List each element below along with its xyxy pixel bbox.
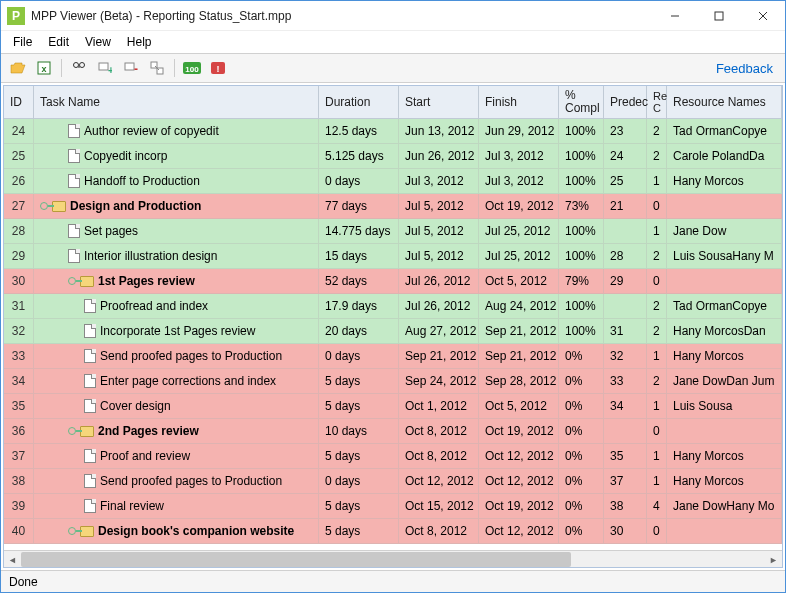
file-icon xyxy=(68,224,80,238)
cell-id: 38 xyxy=(4,469,34,494)
table-row[interactable]: 28Set pages14.775 daysJul 5, 2012Jul 25,… xyxy=(4,219,782,244)
close-button[interactable] xyxy=(741,2,785,30)
task-name-label: Design and Production xyxy=(70,199,201,213)
task-name-label: Interior illustration design xyxy=(84,249,217,263)
file-icon xyxy=(84,499,96,513)
cell-duration: 5 days xyxy=(319,394,399,419)
header-task-name[interactable]: Task Name xyxy=(34,86,319,119)
cell-resources: Luis SousaHany M xyxy=(667,244,782,269)
maximize-button[interactable] xyxy=(697,2,741,30)
cell-resources: Tad OrmanCopye xyxy=(667,294,782,319)
table-row[interactable]: 29Interior illustration design15 daysJul… xyxy=(4,244,782,269)
scroll-left-arrow[interactable]: ◄ xyxy=(4,551,21,568)
scroll-right-arrow[interactable]: ► xyxy=(765,551,782,568)
table-row[interactable]: 27Design and Production77 daysJul 5, 201… xyxy=(4,194,782,219)
table-row[interactable]: 37Proof and review5 daysOct 8, 2012Oct 1… xyxy=(4,444,782,469)
task-name-label: Send proofed pages to Production xyxy=(100,349,282,363)
cell-id: 32 xyxy=(4,319,34,344)
folder-icon xyxy=(80,426,94,437)
table-row[interactable]: 32Incorporate 1st Pages review20 daysAug… xyxy=(4,319,782,344)
cell-resource-count: 0 xyxy=(647,419,667,444)
cell-id: 37 xyxy=(4,444,34,469)
task-name-label: Cover design xyxy=(100,399,171,413)
table-row[interactable]: 362nd Pages review10 daysOct 8, 2012Oct … xyxy=(4,419,782,444)
cell-duration: 14.775 days xyxy=(319,219,399,244)
cell-task-name: Design and Production xyxy=(34,194,319,219)
open-icon[interactable] xyxy=(7,57,29,79)
cell-predecessors: 37 xyxy=(604,469,647,494)
cell-resources xyxy=(667,519,782,544)
header-id[interactable]: ID xyxy=(4,86,34,119)
cell-finish: Oct 19, 2012 xyxy=(479,194,559,219)
expand-icon[interactable]: + xyxy=(94,57,116,79)
cell-task-name: Cover design xyxy=(34,394,319,419)
cell-resource-count: 1 xyxy=(647,169,667,194)
cell-complete: 0% xyxy=(559,369,604,394)
table-row[interactable]: 26Handoff to Production0 daysJul 3, 2012… xyxy=(4,169,782,194)
menu-help[interactable]: Help xyxy=(119,33,160,51)
task-name-label: Send proofed pages to Production xyxy=(100,474,282,488)
menu-view[interactable]: View xyxy=(77,33,119,51)
complete-filter-icon[interactable]: 100 xyxy=(181,57,203,79)
grid-body[interactable]: 24Author review of copyedit12.5 daysJun … xyxy=(4,119,782,550)
header-duration[interactable]: Duration xyxy=(319,86,399,119)
cell-start: Jul 5, 2012 xyxy=(399,244,479,269)
link-icon[interactable] xyxy=(146,57,168,79)
header-resources[interactable]: Resource Names xyxy=(667,86,782,119)
cell-resource-count: 0 xyxy=(647,269,667,294)
header-predecessors[interactable]: Predec xyxy=(604,86,647,119)
header-complete[interactable]: % Compl xyxy=(559,86,604,119)
cell-resources: Hany Morcos xyxy=(667,169,782,194)
cell-start: Jul 26, 2012 xyxy=(399,269,479,294)
feedback-link[interactable]: Feedback xyxy=(716,61,779,76)
cell-id: 36 xyxy=(4,419,34,444)
table-row[interactable]: 40Design book's companion website5 daysO… xyxy=(4,519,782,544)
header-start[interactable]: Start xyxy=(399,86,479,119)
table-row[interactable]: 31Proofread and index17.9 daysJul 26, 20… xyxy=(4,294,782,319)
svg-point-7 xyxy=(80,63,85,68)
file-icon xyxy=(84,449,96,463)
table-row[interactable]: 34Enter page corrections and index5 days… xyxy=(4,369,782,394)
minimize-button[interactable] xyxy=(653,2,697,30)
cell-predecessors: 29 xyxy=(604,269,647,294)
menu-file[interactable]: File xyxy=(5,33,40,51)
table-row[interactable]: 39Final review5 daysOct 15, 2012Oct 19, … xyxy=(4,494,782,519)
find-icon[interactable] xyxy=(68,57,90,79)
cell-resource-count: 1 xyxy=(647,394,667,419)
header-finish[interactable]: Finish xyxy=(479,86,559,119)
table-row[interactable]: 301st Pages review52 daysJul 26, 2012Oct… xyxy=(4,269,782,294)
scroll-thumb[interactable] xyxy=(21,552,571,567)
key-icon xyxy=(68,277,76,285)
cell-duration: 10 days xyxy=(319,419,399,444)
table-row[interactable]: 38Send proofed pages to Production0 days… xyxy=(4,469,782,494)
svg-rect-1 xyxy=(715,12,723,20)
cell-start: Oct 8, 2012 xyxy=(399,519,479,544)
cell-complete: 0% xyxy=(559,469,604,494)
cell-id: 31 xyxy=(4,294,34,319)
table-row[interactable]: 33Send proofed pages to Production0 days… xyxy=(4,344,782,369)
cell-finish: Jul 25, 2012 xyxy=(479,244,559,269)
collapse-icon[interactable]: - xyxy=(120,57,142,79)
cell-complete: 100% xyxy=(559,319,604,344)
incomplete-filter-icon[interactable]: ! xyxy=(207,57,229,79)
table-row[interactable]: 35Cover design5 daysOct 1, 2012Oct 5, 20… xyxy=(4,394,782,419)
header-resource-count[interactable]: Re C xyxy=(647,86,667,119)
cell-start: Jul 5, 2012 xyxy=(399,194,479,219)
export-excel-icon[interactable]: x xyxy=(33,57,55,79)
svg-text:100: 100 xyxy=(185,65,199,74)
folder-icon xyxy=(80,526,94,537)
cell-start: Jul 3, 2012 xyxy=(399,169,479,194)
table-row[interactable]: 25Copyedit incorp5.125 daysJun 26, 2012J… xyxy=(4,144,782,169)
cell-task-name: 2nd Pages review xyxy=(34,419,319,444)
cell-resources: Jane DowDan Jum xyxy=(667,369,782,394)
cell-start: Jul 5, 2012 xyxy=(399,219,479,244)
horizontal-scrollbar[interactable]: ◄ ► xyxy=(4,550,782,567)
cell-resources xyxy=(667,269,782,294)
cell-resource-count: 1 xyxy=(647,469,667,494)
cell-duration: 5.125 days xyxy=(319,144,399,169)
cell-finish: Jul 3, 2012 xyxy=(479,144,559,169)
menu-edit[interactable]: Edit xyxy=(40,33,77,51)
cell-resources: Jane Dow xyxy=(667,219,782,244)
table-row[interactable]: 24Author review of copyedit12.5 daysJun … xyxy=(4,119,782,144)
cell-start: Jun 13, 2012 xyxy=(399,119,479,144)
